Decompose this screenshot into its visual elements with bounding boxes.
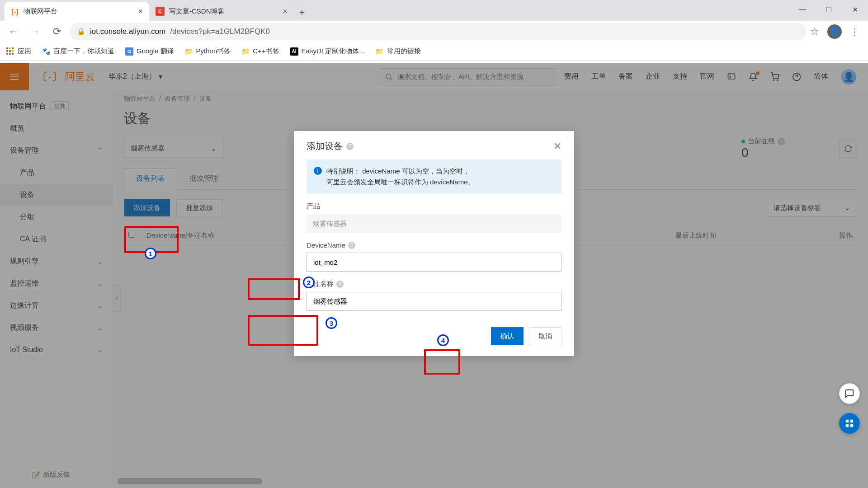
forward-button[interactable]: → xyxy=(26,23,44,41)
remark-input[interactable] xyxy=(307,292,561,311)
cancel-button[interactable]: 取消 xyxy=(529,327,561,345)
help-tooltip-icon[interactable]: ? xyxy=(336,281,344,288)
folder-icon: 📁 xyxy=(185,47,193,56)
apps-float-button[interactable] xyxy=(839,413,860,434)
bookmark-cpp[interactable]: 📁C++书签 xyxy=(241,47,279,56)
product-readonly: 烟雾传感器 xyxy=(307,214,561,233)
svg-rect-12 xyxy=(846,424,849,427)
tab-title: 写文章-CSDN博客 xyxy=(169,7,278,16)
tab-iot[interactable]: [-] 物联网平台 × xyxy=(5,2,149,21)
aliyun-favicon: [-] xyxy=(11,7,19,15)
lock-icon: 🔒 xyxy=(77,28,85,36)
modal-footer: 确认 取消 xyxy=(294,320,574,356)
grid-icon xyxy=(844,418,854,428)
tab-strip: [-] 物联网平台 × C 写文章-CSDN博客 × + — ☐ ✕ xyxy=(0,0,868,21)
info-notice: i 特别说明： deviceName 可以为空，当为空时， 阿里云会颁发全局唯一… xyxy=(307,160,561,194)
tab-title: 物联网平台 xyxy=(24,7,133,16)
floating-buttons xyxy=(839,383,860,434)
devicename-input[interactable] xyxy=(307,253,561,272)
apps-icon xyxy=(6,47,14,56)
folder-icon: 📁 xyxy=(376,47,384,56)
google-translate-icon: G xyxy=(125,47,133,56)
tab-close-icon[interactable]: × xyxy=(283,7,288,16)
ai-icon: AI xyxy=(290,47,298,56)
apps-shortcut[interactable]: 应用 xyxy=(6,47,31,56)
tab-close-icon[interactable]: × xyxy=(138,7,143,16)
folder-icon: 📁 xyxy=(241,47,250,56)
back-button[interactable]: ← xyxy=(5,23,23,41)
bookmark-baidu[interactable]: 🐾百度一下，你就知道 xyxy=(42,47,114,56)
remark-field: 备注名称? xyxy=(307,280,561,311)
url-path: /devices?pk=a1GLM2BFQK0 xyxy=(170,27,270,36)
svg-rect-10 xyxy=(846,420,849,422)
url-input[interactable]: 🔒 iot.console.aliyun.com/devices?pk=a1GL… xyxy=(70,23,807,40)
devicename-label: DeviceName? xyxy=(307,241,561,249)
bookmark-star-icon[interactable]: ☆ xyxy=(810,26,819,38)
product-label: 产品 xyxy=(307,202,561,211)
new-tab-button[interactable]: + xyxy=(294,5,310,21)
window-controls: — ☐ ✕ xyxy=(789,0,868,19)
svg-rect-11 xyxy=(850,420,853,422)
profile-avatar-icon[interactable]: 👤 xyxy=(827,24,842,39)
bookmark-common[interactable]: 📁常用的链接 xyxy=(376,47,421,56)
help-tooltip-icon[interactable]: ? xyxy=(348,242,355,249)
devicename-field: DeviceName? xyxy=(307,241,561,272)
app-root: 〔-〕 阿里云 华东2（上海） ▾ 费用 工单 备案 企业 支持 官网 简体 👤 xyxy=(0,63,868,488)
chat-icon xyxy=(844,389,854,399)
bookmark-easydl[interactable]: AIEasyDL定制化物体... xyxy=(290,47,365,56)
tab-csdn[interactable]: C 写文章-CSDN博客 × xyxy=(149,2,294,21)
baidu-icon: 🐾 xyxy=(42,47,50,56)
bookmark-gtranslate[interactable]: GGoogle 翻译 xyxy=(125,47,174,56)
browser-chrome: [-] 物联网平台 × C 写文章-CSDN博客 × + — ☐ ✕ ← → ⟳… xyxy=(0,0,868,63)
csdn-favicon: C xyxy=(156,7,165,16)
product-field: 产品 烟雾传感器 xyxy=(307,202,561,233)
address-bar: ← → ⟳ 🔒 iot.console.aliyun.com/devices?p… xyxy=(0,21,868,42)
add-device-modal: 添加设备 ? ✕ i 特别说明： deviceName 可以为空，当为空时， 阿… xyxy=(294,131,574,356)
maximize-button[interactable]: ☐ xyxy=(816,0,842,19)
confirm-button[interactable]: 确认 xyxy=(491,327,524,345)
svg-rect-13 xyxy=(850,424,853,427)
modal-body: i 特别说明： deviceName 可以为空，当为空时， 阿里云会颁发全局唯一… xyxy=(294,157,574,320)
reload-button[interactable]: ⟳ xyxy=(48,23,66,41)
modal-title: 添加设备 ? xyxy=(307,140,354,152)
modal-header: 添加设备 ? ✕ xyxy=(294,131,574,157)
help-tooltip-icon[interactable]: ? xyxy=(346,143,354,150)
url-domain: iot.console.aliyun.com xyxy=(90,27,165,36)
info-icon: i xyxy=(314,167,322,175)
close-window-button[interactable]: ✕ xyxy=(842,0,868,19)
minimize-button[interactable]: — xyxy=(789,0,816,19)
bookmark-python[interactable]: 📁Python书签 xyxy=(185,47,231,56)
remark-label: 备注名称? xyxy=(307,280,561,288)
chat-float-button[interactable] xyxy=(839,383,860,404)
modal-close-icon[interactable]: ✕ xyxy=(553,141,561,152)
bookmarks-bar: 应用 🐾百度一下，你就知道 GGoogle 翻译 📁Python书签 📁C++书… xyxy=(0,42,868,61)
browser-menu-icon[interactable]: ⋮ xyxy=(850,26,859,37)
